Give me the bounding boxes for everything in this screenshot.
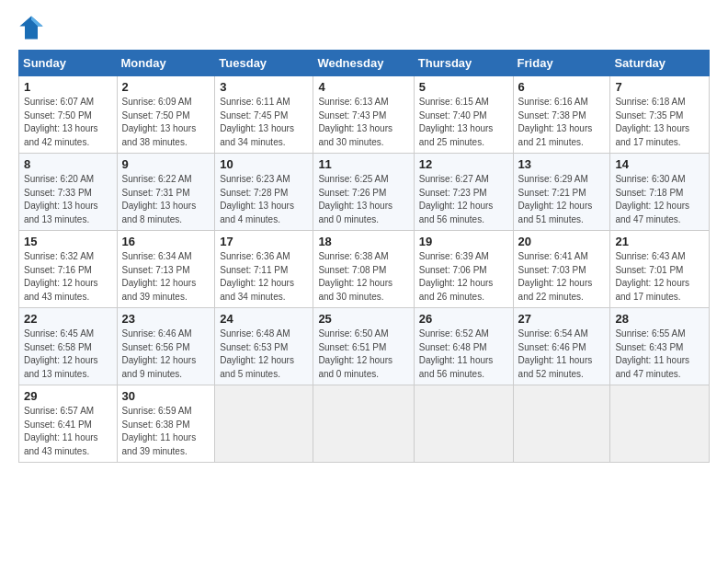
day-number: 17 (220, 235, 308, 248)
day-info: Sunrise: 6:32 AM Sunset: 7:16 PM Dayligh… (24, 251, 98, 302)
day-number: 23 (122, 312, 210, 326)
day-number: 21 (615, 235, 704, 248)
day-header-friday: Friday (513, 51, 610, 76)
day-info: Sunrise: 6:20 AM Sunset: 7:33 PM Dayligh… (24, 174, 98, 224)
calendar-cell: 12Sunrise: 6:27 AM Sunset: 7:23 PM Dayli… (414, 154, 513, 231)
calendar-cell: 25Sunrise: 6:50 AM Sunset: 6:51 PM Dayli… (313, 308, 414, 385)
day-number: 16 (122, 235, 210, 248)
calendar-cell (313, 385, 414, 463)
day-info: Sunrise: 6:23 AM Sunset: 7:28 PM Dayligh… (220, 174, 294, 224)
calendar-cell: 8Sunrise: 6:20 AM Sunset: 7:33 PM Daylig… (19, 154, 118, 231)
day-info: Sunrise: 6:46 AM Sunset: 6:56 PM Dayligh… (122, 328, 197, 379)
day-number: 24 (220, 312, 308, 326)
day-header-monday: Monday (117, 51, 215, 76)
calendar-cell: 2Sunrise: 6:09 AM Sunset: 7:50 PM Daylig… (117, 76, 215, 154)
day-number: 15 (24, 235, 112, 248)
day-info: Sunrise: 6:09 AM Sunset: 7:50 PM Dayligh… (122, 97, 197, 147)
calendar-cell (610, 385, 710, 463)
calendar-cell: 9Sunrise: 6:22 AM Sunset: 7:31 PM Daylig… (117, 154, 215, 231)
calendar-cell: 30Sunrise: 6:59 AM Sunset: 6:38 PM Dayli… (117, 385, 215, 463)
day-number: 5 (419, 80, 508, 94)
day-info: Sunrise: 6:36 AM Sunset: 7:11 PM Dayligh… (220, 251, 294, 302)
calendar-cell (215, 385, 313, 463)
calendar-cell: 13Sunrise: 6:29 AM Sunset: 7:21 PM Dayli… (513, 154, 610, 231)
calendar-cell (414, 385, 513, 463)
day-number: 12 (419, 157, 508, 171)
calendar-cell: 23Sunrise: 6:46 AM Sunset: 6:56 PM Dayli… (117, 308, 215, 385)
day-number: 20 (518, 235, 606, 248)
day-info: Sunrise: 6:13 AM Sunset: 7:43 PM Dayligh… (318, 97, 392, 147)
day-info: Sunrise: 6:30 AM Sunset: 7:18 PM Dayligh… (615, 174, 689, 224)
day-number: 6 (518, 80, 606, 94)
day-header-saturday: Saturday (610, 51, 710, 76)
day-info: Sunrise: 6:22 AM Sunset: 7:31 PM Dayligh… (122, 174, 197, 224)
logo-icon (18, 15, 44, 40)
day-header-tuesday: Tuesday (215, 51, 313, 76)
calendar-cell: 22Sunrise: 6:45 AM Sunset: 6:58 PM Dayli… (19, 308, 118, 385)
calendar-cell: 29Sunrise: 6:57 AM Sunset: 6:41 PM Dayli… (19, 385, 118, 463)
day-info: Sunrise: 6:15 AM Sunset: 7:40 PM Dayligh… (419, 97, 494, 147)
calendar-cell: 16Sunrise: 6:34 AM Sunset: 7:13 PM Dayli… (117, 231, 215, 308)
day-number: 2 (122, 80, 210, 94)
day-info: Sunrise: 6:55 AM Sunset: 6:43 PM Dayligh… (615, 328, 689, 379)
day-number: 10 (220, 157, 308, 171)
calendar-cell: 18Sunrise: 6:38 AM Sunset: 7:08 PM Dayli… (313, 231, 414, 308)
calendar-cell: 15Sunrise: 6:32 AM Sunset: 7:16 PM Dayli… (19, 231, 118, 308)
day-info: Sunrise: 6:43 AM Sunset: 7:01 PM Dayligh… (615, 251, 689, 302)
day-number: 29 (24, 389, 112, 403)
calendar-cell (513, 385, 610, 463)
day-number: 25 (318, 312, 408, 326)
calendar-cell: 3Sunrise: 6:11 AM Sunset: 7:45 PM Daylig… (215, 76, 313, 154)
day-info: Sunrise: 6:59 AM Sunset: 6:38 PM Dayligh… (122, 406, 197, 456)
calendar-cell: 17Sunrise: 6:36 AM Sunset: 7:11 PM Dayli… (215, 231, 313, 308)
day-header-sunday: Sunday (19, 51, 118, 76)
day-info: Sunrise: 6:29 AM Sunset: 7:21 PM Dayligh… (518, 174, 593, 224)
day-number: 27 (518, 312, 606, 326)
calendar-cell: 27Sunrise: 6:54 AM Sunset: 6:46 PM Dayli… (513, 308, 610, 385)
day-number: 11 (318, 157, 408, 171)
day-info: Sunrise: 6:54 AM Sunset: 6:46 PM Dayligh… (518, 328, 593, 379)
calendar-table: SundayMondayTuesdayWednesdayThursdayFrid… (18, 50, 710, 463)
day-header-wednesday: Wednesday (313, 51, 414, 76)
day-number: 18 (318, 235, 408, 248)
day-number: 28 (615, 312, 704, 326)
day-info: Sunrise: 6:27 AM Sunset: 7:23 PM Dayligh… (419, 174, 494, 224)
day-info: Sunrise: 6:07 AM Sunset: 7:50 PM Dayligh… (24, 97, 98, 147)
calendar-cell: 11Sunrise: 6:25 AM Sunset: 7:26 PM Dayli… (313, 154, 414, 231)
day-number: 8 (24, 157, 112, 171)
day-info: Sunrise: 6:16 AM Sunset: 7:38 PM Dayligh… (518, 97, 593, 147)
calendar-cell: 7Sunrise: 6:18 AM Sunset: 7:35 PM Daylig… (610, 76, 710, 154)
day-info: Sunrise: 6:57 AM Sunset: 6:41 PM Dayligh… (24, 406, 98, 456)
day-info: Sunrise: 6:11 AM Sunset: 7:45 PM Dayligh… (220, 97, 294, 147)
calendar-cell: 19Sunrise: 6:39 AM Sunset: 7:06 PM Dayli… (414, 231, 513, 308)
day-info: Sunrise: 6:39 AM Sunset: 7:06 PM Dayligh… (419, 251, 494, 302)
day-info: Sunrise: 6:50 AM Sunset: 6:51 PM Dayligh… (318, 328, 392, 379)
day-info: Sunrise: 6:34 AM Sunset: 7:13 PM Dayligh… (122, 251, 197, 302)
day-info: Sunrise: 6:52 AM Sunset: 6:48 PM Dayligh… (419, 328, 494, 379)
day-number: 14 (615, 157, 704, 171)
calendar-cell: 4Sunrise: 6:13 AM Sunset: 7:43 PM Daylig… (313, 76, 414, 154)
day-info: Sunrise: 6:48 AM Sunset: 6:53 PM Dayligh… (220, 328, 294, 379)
day-info: Sunrise: 6:18 AM Sunset: 7:35 PM Dayligh… (615, 97, 689, 147)
day-number: 26 (419, 312, 508, 326)
calendar-cell: 24Sunrise: 6:48 AM Sunset: 6:53 PM Dayli… (215, 308, 313, 385)
day-info: Sunrise: 6:25 AM Sunset: 7:26 PM Dayligh… (318, 174, 392, 224)
day-number: 4 (318, 80, 408, 94)
calendar-cell: 21Sunrise: 6:43 AM Sunset: 7:01 PM Dayli… (610, 231, 710, 308)
day-info: Sunrise: 6:41 AM Sunset: 7:03 PM Dayligh… (518, 251, 593, 302)
day-info: Sunrise: 6:38 AM Sunset: 7:08 PM Dayligh… (318, 251, 392, 302)
day-number: 22 (24, 312, 112, 326)
calendar-cell: 26Sunrise: 6:52 AM Sunset: 6:48 PM Dayli… (414, 308, 513, 385)
day-number: 13 (518, 157, 606, 171)
day-number: 30 (122, 389, 210, 403)
day-number: 19 (419, 235, 508, 248)
calendar-cell: 5Sunrise: 6:15 AM Sunset: 7:40 PM Daylig… (414, 76, 513, 154)
day-header-thursday: Thursday (414, 51, 513, 76)
page-header (18, 15, 710, 40)
day-number: 3 (220, 80, 308, 94)
day-number: 9 (122, 157, 210, 171)
calendar-cell: 10Sunrise: 6:23 AM Sunset: 7:28 PM Dayli… (215, 154, 313, 231)
day-number: 1 (24, 80, 112, 94)
logo (18, 15, 48, 40)
day-number: 7 (615, 80, 704, 94)
